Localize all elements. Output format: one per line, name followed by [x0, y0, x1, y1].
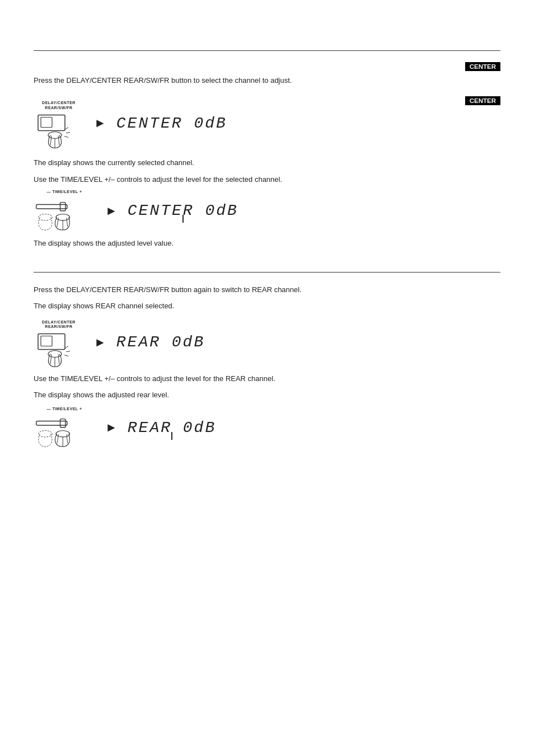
- section2: Press the DELAY/CENTER REAR/SW/FR button…: [34, 284, 500, 449]
- section1-divider: [34, 50, 500, 51]
- svg-rect-17: [41, 336, 52, 346]
- section2-button-label1: DELAY/CENTERREAR/SW/FR: [34, 320, 84, 330]
- section1: CENTER Press the DELAY/CENTER REAR/SW/FR…: [34, 62, 500, 250]
- section2-desc3: Use the TIME/LEVEL +/– controls to adjus…: [34, 373, 500, 384]
- section2-button-svg: [34, 329, 81, 371]
- svg-line-3: [50, 136, 51, 145]
- svg-line-30: [67, 434, 68, 443]
- section1-diagram-row1: DELAY/CENTERREAR/SW/FR: [34, 101, 454, 145]
- section1-button-svg: [34, 110, 81, 152]
- svg-rect-1: [41, 118, 52, 128]
- section1-diagram-row2: — TIME/LEVEL + ►: [34, 190, 500, 232]
- svg-line-5: [58, 136, 59, 145]
- section1-arrow1: ►: [94, 116, 106, 130]
- section1-button-label1: DELAY/CENTERREAR/SW/FR: [34, 101, 84, 110]
- section1-display1: CENTER 0dB: [116, 115, 227, 132]
- svg-line-8: [64, 137, 68, 138]
- section2-desc4: The display shows the adjusted rear leve…: [34, 389, 500, 401]
- section1-highlight2: CENTER: [465, 96, 500, 105]
- svg-line-14: [67, 218, 68, 227]
- svg-point-15: [39, 214, 53, 220]
- section2-control2: — TIME/LEVEL +: [34, 407, 95, 449]
- svg-line-19: [50, 355, 51, 364]
- svg-line-24: [64, 355, 68, 356]
- svg-line-22: [65, 346, 68, 349]
- section1-arrow2: ►: [105, 204, 118, 218]
- section2-display2: REAR 0dB: [128, 419, 216, 436]
- section2-slider-label: — TIME/LEVEL +: [34, 407, 95, 411]
- section2-arrow1: ►: [94, 335, 106, 350]
- section1-desc1: Press the DELAY/CENTER REAR/SW/FR button…: [34, 74, 500, 86]
- page: CENTER Press the DELAY/CENTER REAR/SW/FR…: [0, 0, 534, 756]
- section1-desc2: The display shows the currently selected…: [34, 157, 500, 168]
- svg-point-11: [56, 214, 70, 220]
- section1-control1: DELAY/CENTERREAR/SW/FR: [34, 101, 84, 145]
- svg-point-31: [39, 430, 53, 436]
- section1-display2: CENTER 0dB: [128, 202, 238, 219]
- section1-slider-label: — TIME/LEVEL +: [34, 190, 95, 194]
- svg-rect-26: [60, 419, 66, 428]
- section2-desc2: The display shows REAR channel selected.: [34, 300, 500, 312]
- svg-point-27: [56, 430, 70, 436]
- svg-line-21: [58, 355, 59, 364]
- section2-desc1: Press the DELAY/CENTER REAR/SW/FR button…: [34, 284, 500, 295]
- svg-line-6: [65, 128, 68, 130]
- svg-line-7: [66, 133, 70, 133]
- svg-rect-10: [60, 202, 66, 210]
- section2-cursor: [171, 432, 172, 440]
- section2-arrow2: ►: [105, 420, 118, 435]
- section1-control2: — TIME/LEVEL +: [34, 190, 95, 232]
- svg-rect-25: [36, 421, 67, 425]
- section1-slider-svg: [34, 195, 87, 234]
- section2-slider-svg: [34, 411, 87, 450]
- section2-divider: [34, 272, 500, 273]
- section1-desc3: Use the TIME/LEVEL +/– controls to adjus…: [34, 173, 500, 185]
- svg-rect-9: [36, 204, 67, 209]
- section1-cursor: [182, 215, 184, 223]
- section2-display1: REAR 0dB: [116, 334, 205, 351]
- section2-control1: DELAY/CENTERREAR/SW/FR: [34, 320, 84, 365]
- section1-highlight1: CENTER: [465, 62, 500, 71]
- section2-diagram-row2: — TIME/LEVEL + ► REAR 0dB: [34, 407, 500, 449]
- section1-desc4: The display shows the adjusted level val…: [34, 237, 500, 249]
- svg-line-23: [66, 351, 70, 352]
- section2-diagram-row1: DELAY/CENTERREAR/SW/FR ► REAR 0dB: [34, 320, 500, 365]
